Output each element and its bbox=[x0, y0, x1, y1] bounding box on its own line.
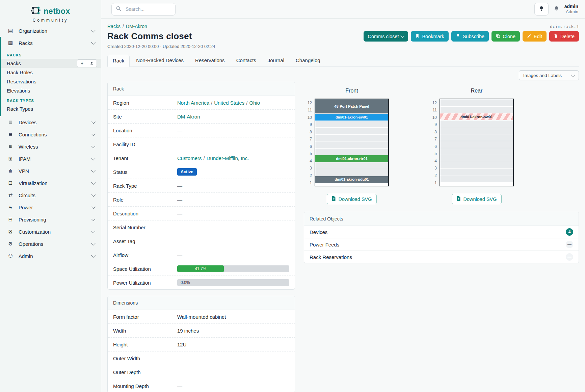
sidebar-item-virtualization[interactable]: ⊡Virtualization bbox=[0, 177, 101, 189]
file-download-icon bbox=[456, 196, 461, 202]
tab-bar: RackNon-Racked DevicesReservationsContac… bbox=[107, 54, 579, 67]
rack-slot bbox=[440, 162, 513, 169]
sidebar-item-label: Rack Roles bbox=[7, 70, 97, 75]
sidebar-item-label: Reservations bbox=[7, 79, 97, 84]
sidebar-item-vpn[interactable]: ⋔VPN bbox=[0, 165, 101, 177]
delete-button[interactable]: Delete bbox=[549, 31, 579, 42]
breadcrumb-link-racks[interactable]: Racks bbox=[107, 24, 121, 29]
subscribe-button[interactable]: Subscribe bbox=[451, 31, 489, 42]
bookmark-icon bbox=[415, 34, 420, 39]
sidebar-item-operations[interactable]: ⚙Operations bbox=[0, 238, 101, 250]
sidebar-item-elevations[interactable]: Elevations bbox=[1, 86, 101, 95]
progress-bar: 41.7% bbox=[177, 265, 289, 272]
bell-icon bbox=[553, 5, 560, 13]
row-value: — bbox=[177, 128, 289, 133]
notifications-button[interactable] bbox=[553, 5, 560, 13]
rack-slot bbox=[440, 155, 513, 162]
sidebar-item-circuits[interactable]: ⇄Circuits bbox=[0, 189, 101, 201]
unit-number: 8 bbox=[429, 128, 437, 136]
related-row-power-feeds[interactable]: Power Feeds— bbox=[304, 238, 579, 251]
detail-row: StatusActive bbox=[108, 165, 295, 179]
context-dropdown-button[interactable]: Comms closet bbox=[364, 31, 408, 42]
tab-contacts[interactable]: Contacts bbox=[231, 55, 261, 67]
link-customers[interactable]: Customers bbox=[177, 155, 202, 161]
sidebar-item-label: Wireless bbox=[19, 144, 92, 150]
related-row-rack-reservations[interactable]: Rack Reservations— bbox=[304, 251, 579, 263]
empty-value: — bbox=[177, 225, 182, 230]
tab-rack[interactable]: Rack bbox=[107, 55, 130, 67]
empty-value: — bbox=[177, 211, 182, 216]
connections-icon: ⋇ bbox=[7, 131, 14, 137]
unit-number: 2 bbox=[304, 172, 312, 179]
dimensions-panel: Dimensions Form factorWall-mounted cabin… bbox=[107, 296, 295, 392]
topbar: admin Admin bbox=[101, 0, 585, 19]
link-ohio[interactable]: Ohio bbox=[249, 100, 260, 106]
search-icon bbox=[116, 6, 122, 13]
row-value: Customers/Dunder-Mifflin, Inc. bbox=[177, 155, 289, 161]
sidebar-item-racks[interactable]: ▦Racks bbox=[0, 37, 101, 49]
tab-reservations[interactable]: Reservations bbox=[190, 55, 230, 67]
row-label: Airflow bbox=[113, 252, 177, 258]
sidebar-menu: ▤Organization▦RacksRACKSRacks+Rack Roles… bbox=[0, 25, 101, 262]
rack-device[interactable]: dmi01-akron-pdu01 bbox=[315, 176, 388, 183]
sidebar-item-customization[interactable]: ⊠Customization bbox=[0, 226, 101, 238]
clone-button[interactable]: Clone bbox=[491, 31, 520, 42]
sidebar-item-power[interactable]: ϟPower bbox=[0, 201, 101, 213]
row-label: Location bbox=[113, 128, 177, 133]
import-button[interactable] bbox=[87, 59, 97, 67]
add-button[interactable]: + bbox=[77, 59, 87, 67]
related-count-badge: 4 bbox=[566, 228, 573, 236]
download-svg-button[interactable]: Download SVG bbox=[452, 194, 501, 204]
global-search[interactable] bbox=[111, 3, 176, 16]
elevation-view-select[interactable]: Images and Labels bbox=[519, 70, 579, 80]
customization-icon: ⊠ bbox=[7, 229, 14, 235]
tab-changelog[interactable]: Changelog bbox=[291, 55, 325, 67]
rack-device[interactable]: 48-Port Patch Panel bbox=[315, 99, 388, 113]
sidebar-item-rack-types[interactable]: Rack Types bbox=[1, 104, 101, 113]
link-united-states[interactable]: United States bbox=[214, 100, 244, 106]
sidebar-item-provisioning[interactable]: ⊟Provisioning bbox=[0, 213, 101, 226]
rack-slot bbox=[440, 168, 513, 176]
edit-button[interactable]: Edit bbox=[523, 31, 547, 42]
sidebar-item-label: Connections bbox=[19, 132, 92, 137]
sidebar-item-label: Racks bbox=[7, 60, 77, 66]
theme-toggle-button[interactable] bbox=[534, 3, 549, 16]
rack-device[interactable]: dmi01-akron-sw01 bbox=[440, 113, 513, 120]
bookmark-button[interactable]: Bookmark bbox=[411, 31, 448, 42]
tab-non-racked-devices[interactable]: Non-Racked Devices bbox=[131, 55, 189, 67]
sidebar-item-wireless[interactable]: ≋Wireless bbox=[0, 140, 101, 153]
detail-row: TenantCustomers/Dunder-Mifflin, Inc. bbox=[108, 151, 295, 165]
rack-device[interactable]: dmi01-akron-rtr01 bbox=[315, 155, 388, 162]
unit-number: 4 bbox=[429, 157, 437, 165]
brand: netbox Community bbox=[0, 0, 101, 25]
related-row-devices[interactable]: Devices4 bbox=[304, 226, 579, 238]
detail-row: Outer Depth— bbox=[108, 365, 295, 379]
user-menu[interactable]: admin Admin bbox=[564, 4, 578, 14]
empty-value: — bbox=[177, 128, 182, 133]
sidebar-item-rack-roles[interactable]: Rack Roles bbox=[1, 68, 101, 77]
sidebar-item-reservations[interactable]: Reservations bbox=[1, 77, 101, 86]
tab-journal[interactable]: Journal bbox=[263, 55, 289, 67]
unit-number: 12 bbox=[429, 99, 437, 107]
sidebar-item-label: VPN bbox=[19, 168, 92, 174]
sidebar-item-label: Racks bbox=[19, 40, 92, 46]
link-dm-akron[interactable]: DM-Akron bbox=[177, 114, 200, 120]
breadcrumb-link-site[interactable]: DM-Akron bbox=[126, 24, 147, 29]
rack-device[interactable]: dmi01-akron-sw01 bbox=[315, 113, 388, 121]
sidebar-item-organization[interactable]: ▤Organization bbox=[0, 25, 101, 37]
sidebar-item-connections[interactable]: ⋇Connections bbox=[0, 128, 101, 140]
sidebar-item-admin[interactable]: ⚇Admin bbox=[0, 250, 101, 262]
search-input[interactable] bbox=[125, 6, 167, 12]
link-dunder-mifflin-inc[interactable]: Dunder-Mifflin, Inc. bbox=[207, 155, 249, 161]
organization-icon: ▤ bbox=[7, 28, 14, 34]
row-value: DM-Akron bbox=[177, 114, 289, 120]
link-north-america[interactable]: North America bbox=[177, 100, 209, 106]
rack-slot bbox=[315, 127, 388, 134]
sidebar-item-devices[interactable]: ≣Devices bbox=[0, 116, 101, 128]
sidebar-item-ipam[interactable]: ⊞IPAM bbox=[0, 153, 101, 165]
lightbulb-icon bbox=[539, 6, 544, 12]
rack-slot bbox=[440, 134, 513, 141]
sidebar-section-title-racks: RACKS bbox=[1, 50, 101, 59]
sidebar-item-racks[interactable]: Racks+ bbox=[1, 59, 101, 68]
download-svg-button[interactable]: Download SVG bbox=[327, 194, 376, 204]
